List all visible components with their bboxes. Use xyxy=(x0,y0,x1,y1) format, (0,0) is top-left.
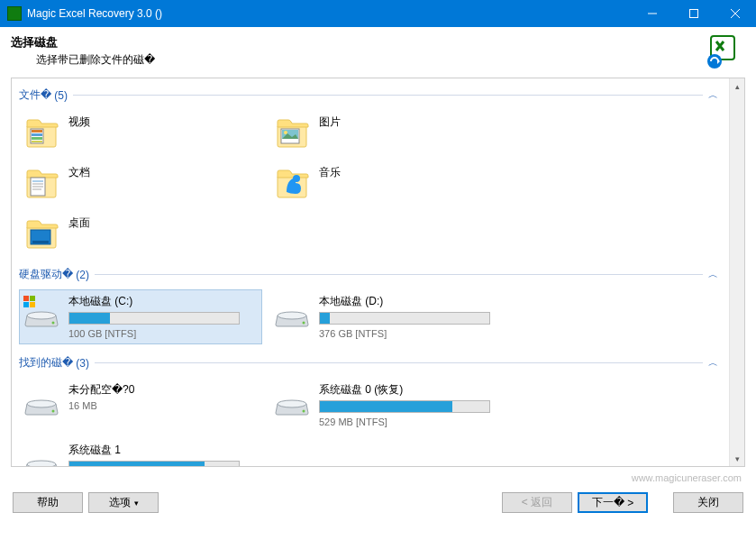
scroll-down-icon[interactable]: ▾ xyxy=(735,451,740,466)
vendor-url: www.magicuneraser.com xyxy=(0,467,756,483)
disk-size: 376 GB [NTFS] xyxy=(319,328,387,339)
svg-rect-29 xyxy=(23,302,29,307)
disk-size: 100 GB [NTFS] xyxy=(68,328,136,339)
folder-item[interactable]: 图片 xyxy=(269,110,513,155)
scrollbar[interactable]: ▴ ▾ xyxy=(729,78,744,466)
svg-point-15 xyxy=(284,131,287,134)
chevron-up-icon: ︿ xyxy=(708,88,718,102)
group-drives[interactable]: 硬盘驱动� (2) ︿ xyxy=(19,267,725,282)
folder-icon xyxy=(23,165,59,201)
drive-icon xyxy=(23,382,59,418)
app-icon xyxy=(7,6,22,21)
svg-point-37 xyxy=(278,400,306,407)
disk-size: 16 MB xyxy=(68,400,97,411)
drive-icon xyxy=(23,443,59,466)
disk-item[interactable]: 本地磁盘 (C:)100 GB [NTFS] xyxy=(19,289,262,344)
folder-icon xyxy=(23,114,59,151)
folder-item[interactable]: 文档 xyxy=(19,160,262,206)
disk-label: 系统磁盘 1 xyxy=(68,443,258,458)
svg-rect-27 xyxy=(23,296,29,301)
usage-bar xyxy=(68,312,240,325)
folder-item[interactable]: 音乐 xyxy=(269,160,513,206)
group-files-label: 文件� xyxy=(19,87,51,103)
next-button[interactable]: 下一� > xyxy=(578,492,648,513)
options-button[interactable]: 选项▾ xyxy=(88,492,159,513)
back-button[interactable]: < 返回 xyxy=(502,492,572,513)
wizard-footer: 帮助 选项▾ < 返回 下一� > 关闭 xyxy=(0,483,756,526)
disk-label: 本地磁盘 (C:) xyxy=(68,294,258,309)
svg-point-23 xyxy=(293,175,300,182)
minimize-button[interactable] xyxy=(632,0,673,27)
folder-label: 图片 xyxy=(319,114,508,130)
close-wizard-button[interactable]: 关闭 xyxy=(673,492,743,513)
svg-rect-1 xyxy=(690,10,698,18)
disk-label: 本地磁盘 (D:) xyxy=(319,294,508,309)
svg-point-39 xyxy=(27,461,56,466)
group-files[interactable]: 文件� (5) ︿ xyxy=(19,87,725,103)
chevron-up-icon: ︿ xyxy=(708,268,718,281)
disk-item[interactable]: 未分配空�?016 MB xyxy=(19,378,262,433)
wizard-header: 选择磁盘 选择带已删除文件的磁� xyxy=(0,27,756,78)
titlebar: Magic Excel Recovery 3.0 () xyxy=(0,0,756,27)
window-title: Magic Excel Recovery 3.0 () xyxy=(27,7,632,20)
disk-item[interactable]: 系统磁盘 1 xyxy=(19,438,262,466)
svg-point-33 xyxy=(278,312,306,319)
group-found[interactable]: 找到的磁� (3) ︿ xyxy=(19,355,725,371)
usage-bar xyxy=(319,400,490,413)
folder-item[interactable]: 视频 xyxy=(19,110,262,155)
svg-rect-26 xyxy=(32,241,49,243)
svg-point-32 xyxy=(52,322,55,325)
usage-bar xyxy=(68,461,240,466)
svg-rect-10 xyxy=(32,137,42,140)
folder-icon xyxy=(274,165,310,201)
group-found-label: 找到的磁� xyxy=(19,355,73,371)
page-subtitle: 选择带已删除文件的磁� xyxy=(36,52,706,68)
folder-label: 音乐 xyxy=(319,165,508,180)
svg-point-34 xyxy=(303,322,305,325)
chevron-up-icon: ︿ xyxy=(708,356,718,370)
excel-recovery-icon xyxy=(706,34,742,70)
page-title: 选择磁盘 xyxy=(11,34,706,50)
svg-point-36 xyxy=(52,410,55,413)
folder-label: 文档 xyxy=(68,165,258,180)
svg-rect-11 xyxy=(32,141,42,142)
group-drives-label: 硬盘驱动� xyxy=(19,267,73,282)
svg-point-31 xyxy=(27,312,56,319)
svg-rect-9 xyxy=(32,133,42,136)
svg-rect-8 xyxy=(32,130,42,133)
drive-icon xyxy=(274,382,310,418)
usage-bar xyxy=(319,312,490,325)
disk-label: 系统磁盘 0 (恢复) xyxy=(319,382,508,398)
disk-list-panel: 文件� (5) ︿ 视频图片文档音乐桌面 硬盘驱动� (2) ︿ 本地磁盘 (C… xyxy=(12,78,729,466)
disk-item[interactable]: 本地磁盘 (D:)376 GB [NTFS] xyxy=(269,289,513,344)
folder-label: 桌面 xyxy=(68,215,258,231)
folder-item[interactable]: 桌面 xyxy=(19,211,262,256)
help-button[interactable]: 帮助 xyxy=(13,492,83,513)
svg-point-35 xyxy=(27,400,56,407)
disk-item[interactable]: 系统磁盘 0 (恢复)529 MB [NTFS] xyxy=(269,378,513,433)
svg-point-38 xyxy=(303,410,305,413)
close-button[interactable] xyxy=(715,0,756,27)
folder-icon xyxy=(23,215,59,252)
maximize-button[interactable] xyxy=(673,0,715,27)
svg-rect-28 xyxy=(30,296,35,301)
chevron-down-icon: ▾ xyxy=(134,499,139,508)
drive-icon xyxy=(23,294,59,330)
disk-label: 未分配空�?0 xyxy=(68,382,258,398)
folder-label: 视频 xyxy=(68,114,258,130)
drive-icon xyxy=(274,294,310,330)
svg-rect-30 xyxy=(30,302,35,307)
scroll-up-icon[interactable]: ▴ xyxy=(735,78,740,94)
folder-icon xyxy=(274,114,310,151)
disk-size: 529 MB [NTFS] xyxy=(319,416,387,427)
